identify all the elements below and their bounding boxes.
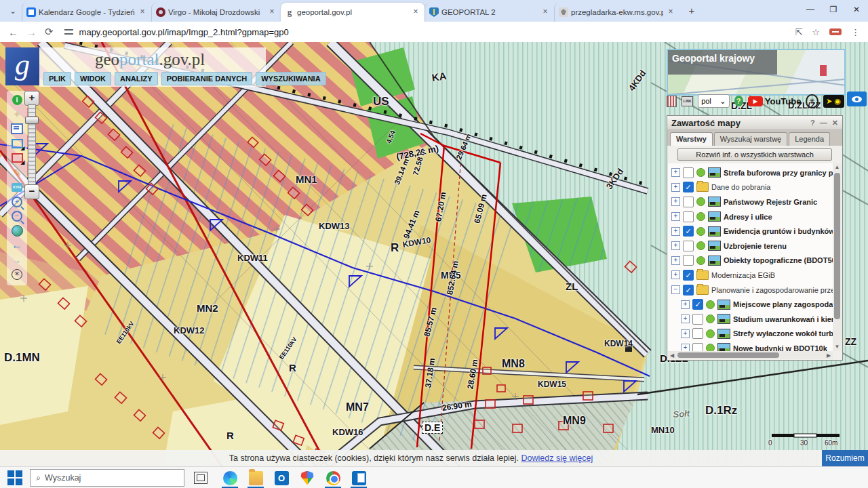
browser-tab[interactable]: przegladarka-ekw.ms.gov.pl/eu× — [554, 3, 679, 22]
layer-expand-icon[interactable]: + — [671, 270, 680, 279]
youtube-link[interactable]: ▶YouTube — [748, 95, 802, 107]
taskbar-app-outlookcal[interactable] — [346, 468, 372, 488]
taskbar-app-maps[interactable] — [294, 468, 320, 488]
taskbar-app-chrome[interactable] — [320, 468, 346, 488]
layer-label[interactable]: Miejscowe plany zagospodarowania prz — [733, 300, 833, 308]
layer-checkbox[interactable] — [692, 328, 703, 339]
layer-label[interactable]: Dane do pobrania — [711, 183, 833, 191]
taskbar-search-input[interactable]: ⌕Wyszukaj — [30, 469, 184, 487]
bookmark-star-icon[interactable]: ☆ — [812, 27, 820, 37]
layer-checkbox[interactable] — [683, 167, 694, 178]
panel-minimize-icon[interactable]: — — [820, 119, 827, 127]
layer-expand-icon[interactable]: + — [671, 241, 680, 250]
accessibility-wheel-icon[interactable]: ✳ — [806, 94, 818, 108]
browser-tab[interactable]: GEOPORTAL 2× — [425, 3, 554, 22]
contrast-toggle[interactable]: ➤◉ — [823, 95, 844, 108]
layer-checkbox[interactable] — [683, 241, 694, 251]
panel-horizontal-scrollbar[interactable]: ◀▶ — [668, 351, 833, 359]
layer-expand-icon[interactable]: + — [681, 344, 690, 351]
layer-expand-icon[interactable]: − — [671, 285, 680, 294]
tab-close-icon[interactable]: × — [540, 7, 550, 17]
reload-icon[interactable]: ⟳ — [45, 26, 54, 38]
layer-checkbox[interactable] — [683, 255, 694, 266]
info-icon[interactable]: i — [10, 93, 24, 106]
zoomin-icon[interactable]: + — [10, 195, 24, 209]
hand-icon[interactable]: ✦ — [10, 108, 24, 121]
browser-tab[interactable]: Kalendarz Google - Tydzień, w× — [22, 3, 151, 22]
layer-expand-icon[interactable]: + — [681, 300, 690, 309]
panel-help-icon[interactable]: ? — [810, 119, 815, 127]
language-select[interactable]: pol⌄ — [698, 94, 729, 108]
tab-search-chevron-icon[interactable]: ⌄ — [4, 2, 22, 20]
forward-icon[interactable]: → — [26, 26, 37, 38]
help-icon[interactable]: ? — [734, 96, 743, 106]
layer-expand-icon[interactable]: + — [671, 197, 680, 206]
site-settings-icon[interactable] — [64, 28, 74, 36]
tab-close-icon[interactable]: × — [138, 7, 147, 17]
layer-label[interactable]: Uzbrojenie terenu — [724, 242, 833, 250]
clear-icon[interactable]: ✕ — [10, 268, 24, 281]
cookie-accept-button[interactable]: Rozumiem — [822, 450, 868, 466]
selblue-icon[interactable] — [10, 137, 24, 150]
layer-expand-icon[interactable]: + — [671, 183, 680, 192]
layer-label[interactable]: Ewidencja gruntów i budynków — [724, 227, 833, 235]
window-close-button[interactable]: ✕ — [845, 0, 868, 20]
extension-icon[interactable] — [829, 28, 842, 35]
list-icon[interactable] — [10, 122, 24, 136]
menu-wyszukiwania[interactable]: WYSZUKIWANIA — [256, 72, 326, 85]
selred-icon[interactable] — [10, 151, 24, 165]
layer-label[interactable]: Modernizacja EGiB — [711, 271, 833, 279]
start-button[interactable] — [7, 470, 23, 486]
back-icon[interactable]: ← — [8, 26, 18, 38]
new-tab-button[interactable]: + — [684, 3, 700, 19]
layer-expand-icon[interactable]: + — [671, 227, 680, 236]
browser-tab[interactable]: Virgo - Mikołaj Drozdowski× — [151, 3, 281, 22]
pencil-icon[interactable]: ✎ — [10, 166, 24, 180]
task-view-icon[interactable] — [194, 472, 208, 484]
zoomout-icon[interactable]: − — [10, 209, 24, 223]
panel-tab-warstwy[interactable]: Warstwy — [670, 132, 713, 146]
layer-expand-icon[interactable]: + — [671, 212, 680, 221]
tab-close-icon[interactable]: × — [666, 7, 675, 17]
layer-label[interactable]: Nowe budynki w BDOT10k — [733, 344, 833, 351]
layer-checkbox[interactable] — [683, 197, 694, 207]
layer-checkbox[interactable]: ✓ — [692, 299, 703, 310]
back-icon[interactable]: ← — [10, 239, 24, 252]
geoportal-logo[interactable]: g — [5, 47, 39, 85]
layer-expand-icon[interactable]: + — [671, 168, 680, 177]
link-icon[interactable]: LINK — [682, 96, 693, 106]
panel-vertical-scrollbar[interactable]: ▲▼ — [833, 163, 842, 351]
tab-close-icon[interactable]: × — [411, 7, 420, 17]
panel-tab-wyszukaj[interactable]: Wyszukaj warstwę — [714, 132, 787, 146]
zoom-slider-handle[interactable] — [25, 117, 39, 124]
layer-label[interactable]: Strefa buforowa przy granicy polsko-biał… — [724, 169, 833, 177]
layer-checkbox[interactable]: ✓ — [683, 182, 694, 192]
layer-checkbox[interactable]: ✓ — [683, 285, 694, 296]
window-restore-button[interactable]: ❐ — [822, 0, 845, 20]
fwd-icon[interactable]: → — [10, 253, 24, 267]
layer-expand-icon[interactable]: + — [681, 329, 690, 338]
browser-menu-icon[interactable]: ⋮ — [851, 27, 860, 37]
send-to-device-icon[interactable]: ⇱ — [795, 27, 802, 37]
panel-close-icon[interactable]: ✕ — [832, 119, 838, 127]
globe-icon[interactable] — [10, 224, 24, 238]
window-minimize-button[interactable]: — — [799, 0, 822, 20]
zoom-in-button[interactable]: + — [24, 91, 39, 106]
layer-label[interactable]: Obiekty topograficzne (BDOT500) — [724, 256, 833, 264]
grid-icon[interactable] — [667, 96, 677, 107]
layer-expand-icon[interactable]: + — [681, 314, 690, 323]
layer-checkbox[interactable]: ✓ — [683, 226, 694, 237]
taskbar-app-explorer[interactable] — [243, 468, 269, 488]
overview-minimap[interactable]: Geoportal krajowy — [667, 49, 846, 96]
layer-label[interactable]: Strefy wyłaczone wokół turbin wiatrow — [733, 329, 833, 338]
panel-tab-legenda[interactable]: Legenda — [789, 132, 830, 146]
menu-pobieranie-danych[interactable]: POBIERANIE DANYCH — [161, 72, 253, 85]
layer-checkbox[interactable] — [692, 343, 703, 351]
layer-checkbox[interactable]: ✓ — [683, 270, 694, 281]
tab-close-icon[interactable]: × — [267, 7, 277, 17]
layer-label[interactable]: Planowanie i zagospodarowanie przestrzen… — [711, 286, 833, 294]
layer-label[interactable]: Adresy i ulice — [724, 213, 833, 221]
browser-tab[interactable]: ggeoportal.gov.pl× — [281, 3, 425, 22]
layer-label[interactable]: Państwowy Rejestr Granic — [724, 198, 833, 206]
expand-all-layers-button[interactable]: Rozwiń inf. o wszystkich warstwach — [677, 148, 832, 161]
